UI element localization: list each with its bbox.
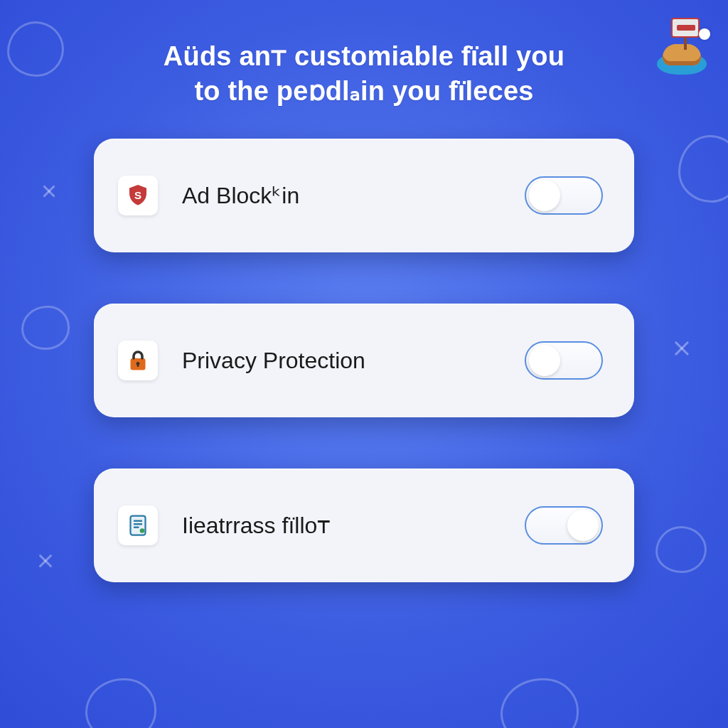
toggle-privacy-protection[interactable]: [525, 341, 603, 380]
feature-card-tracker-filter: Iieatrrass fïlloᴛ: [94, 469, 634, 582]
svg-point-8: [140, 528, 145, 533]
feature-card-ad-blocking: S Ad Blockᵏin: [94, 139, 634, 252]
bg-doodle: [85, 678, 156, 728]
svg-text:S: S: [134, 189, 141, 201]
bg-doodle: [500, 678, 579, 728]
page-title-line1: Aüds anᴛ customiable fïall you: [164, 41, 564, 71]
toggle-knob: [567, 510, 599, 541]
shield-icon: S: [118, 176, 158, 215]
feature-label: Ad Blockᵏin: [182, 182, 525, 209]
page-title-line2: to the peɒdlₐin you fïleces: [194, 76, 533, 106]
toggle-ad-blocking[interactable]: [525, 176, 603, 215]
page-title: Aüds anᴛ customiable fïall you to the pe…: [0, 39, 728, 109]
document-icon: [118, 505, 158, 545]
toggle-tracker-filter[interactable]: [525, 506, 603, 545]
svg-rect-3: [137, 364, 139, 368]
svg-rect-7: [134, 527, 139, 528]
svg-rect-5: [134, 520, 142, 522]
feature-label: Iieatrrass fïlloᴛ: [182, 512, 525, 539]
toggle-knob: [529, 180, 560, 211]
svg-rect-6: [134, 523, 142, 525]
feature-card-privacy-protection: Privacy Protection: [94, 304, 634, 417]
feature-label: Privacy Protection: [182, 348, 525, 374]
feature-list: S Ad Blockᵏin Privacy Protection: [0, 139, 728, 582]
toggle-knob: [529, 345, 560, 376]
lock-icon: [118, 341, 158, 380]
